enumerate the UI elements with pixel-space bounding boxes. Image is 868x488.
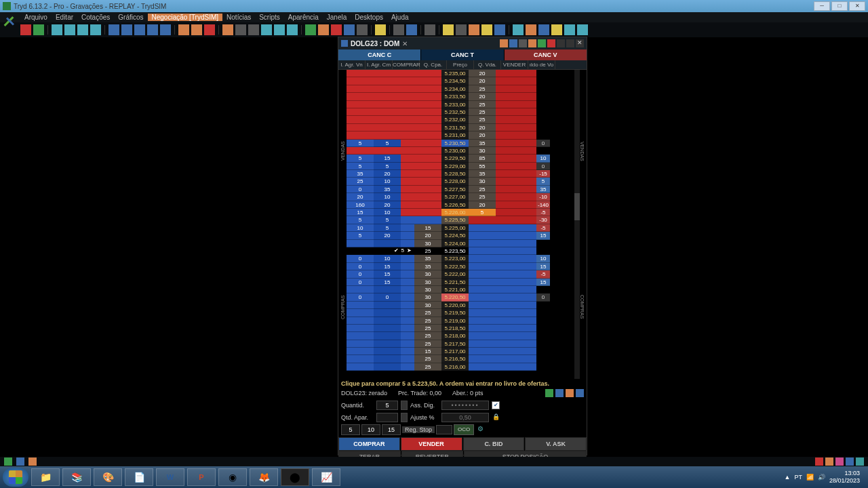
menu-item[interactable]: Janela <box>323 14 351 21</box>
dom-toolbar-btn[interactable] <box>500 39 508 47</box>
toolbar-btn[interactable] <box>52 24 62 35</box>
toolbar-btn[interactable] <box>331 24 342 35</box>
price-row[interactable]: 5.233,5020 <box>347 93 574 100</box>
toolbar-btn[interactable] <box>538 24 549 35</box>
price-row[interactable]: 160205.226,5020-140 <box>347 201 574 209</box>
maximize-button[interactable]: □ <box>831 1 848 11</box>
column-header[interactable]: Q. Vda. <box>474 60 501 69</box>
price-row[interactable]: 305.224,00 <box>347 240 574 247</box>
column-header[interactable]: COMPRAR <box>393 60 420 69</box>
price-row[interactable]: 5.231,5020 <box>347 124 574 131</box>
price-row[interactable]: 555.230,50350 <box>347 140 574 147</box>
scrollbar[interactable] <box>574 70 580 379</box>
price-row[interactable]: 35205.228,5035-15 <box>347 170 574 178</box>
oco-button[interactable]: OCO <box>454 424 474 435</box>
toolbar-btn[interactable] <box>147 24 158 35</box>
toolbar-btn[interactable] <box>261 24 272 35</box>
price-row[interactable]: ✔5➤255.223,50 <box>347 247 574 255</box>
cancel-sell-button[interactable]: CANC V <box>505 49 587 60</box>
price-row[interactable]: 5.232,0025 <box>347 116 574 123</box>
toolbar-btn[interactable] <box>577 24 588 35</box>
column-header[interactable]: I. Agr. Vn <box>338 60 366 69</box>
signature-checkbox[interactable]: ✔ <box>492 401 500 409</box>
start-button[interactable] <box>3 468 28 487</box>
tab-close-icon[interactable]: ✕ <box>402 40 408 47</box>
toolbar-btn[interactable] <box>494 24 505 35</box>
toolbar-btn[interactable] <box>564 24 575 35</box>
column-header[interactable]: Q. Cpa. <box>420 60 447 69</box>
price-row[interactable]: 155.217,00 <box>347 348 574 355</box>
tray-arrow-icon[interactable]: ▲ <box>785 474 791 481</box>
stop-icon[interactable] <box>547 39 555 47</box>
star-icon[interactable] <box>443 24 454 35</box>
cancel-buy-button[interactable]: CANC C <box>338 49 420 60</box>
menu-item[interactable]: Notícias <box>222 14 255 21</box>
toolbar-btn[interactable] <box>64 24 75 35</box>
word-taskbar-icon[interactable]: W <box>156 468 184 486</box>
price-row[interactable]: 5.234,0025 <box>347 85 574 93</box>
cancel-all-button[interactable]: CANC T <box>421 49 503 60</box>
gear-icon[interactable]: ⚙ <box>475 425 485 434</box>
status-indicator[interactable] <box>566 389 574 397</box>
maximize-icon[interactable] <box>566 39 574 47</box>
column-header[interactable]: VENDER <box>501 60 528 69</box>
price-row[interactable]: 255.219,50 <box>347 309 574 317</box>
price-row[interactable]: 255.218,00 <box>347 332 574 340</box>
dom-body[interactable]: VENDAS COMPRAS VENDAS COMPRAS 5.235,0020… <box>338 70 587 379</box>
chrome-taskbar-icon[interactable]: ◉ <box>218 468 247 486</box>
toolbar-btn[interactable] <box>357 24 368 35</box>
toolbar-btn[interactable] <box>90 24 101 35</box>
minimize-button[interactable]: ─ <box>814 1 830 11</box>
price-row[interactable]: 255.216,00 <box>347 363 574 371</box>
status-icon[interactable] <box>28 458 37 466</box>
price-row[interactable]: 5.232,5025 <box>347 108 574 116</box>
close-button[interactable]: ✕ <box>849 1 865 11</box>
toolbar-btn[interactable] <box>344 24 355 35</box>
menu-item[interactable]: Scripts <box>255 14 284 21</box>
toolbar-btn[interactable] <box>406 24 417 35</box>
toolbar-btn[interactable] <box>121 24 132 35</box>
price-row[interactable]: 5.234,5020 <box>347 77 574 85</box>
price-row[interactable]: 00305.220,500 <box>347 293 574 301</box>
toolbar-btn[interactable] <box>274 24 285 35</box>
vask-button[interactable]: V. ASK <box>525 437 587 451</box>
price-row[interactable]: 305.221,00 <box>347 286 574 293</box>
toolbar-btn[interactable] <box>108 24 119 35</box>
toolbar-btn[interactable] <box>393 24 404 35</box>
menu-item[interactable]: Ajuda <box>387 14 413 21</box>
toolbar-btn[interactable] <box>134 24 145 35</box>
toolbar-btn[interactable] <box>375 24 386 35</box>
dom-toolbar-btn[interactable] <box>509 39 517 47</box>
menu-item[interactable]: Arquivo <box>20 14 52 21</box>
toolbar-btn[interactable] <box>77 24 88 35</box>
toolbar-btn[interactable] <box>481 24 492 35</box>
adjust-input[interactable] <box>441 413 489 422</box>
notepad-taskbar-icon[interactable]: 📄 <box>125 468 153 486</box>
spinner[interactable] <box>401 413 408 422</box>
price-row[interactable]: 555.229,00550 <box>347 163 574 170</box>
column-header[interactable]: ıldo de Vo <box>528 60 555 69</box>
play-icon[interactable] <box>538 39 546 47</box>
menu-item[interactable]: Editar <box>52 14 77 21</box>
volume-icon[interactable]: 🔊 <box>818 474 825 481</box>
toolbar-btn[interactable] <box>178 24 189 35</box>
qty-preset-15[interactable]: 15 <box>382 424 401 435</box>
price-row[interactable]: 520205.224,5015 <box>347 232 574 239</box>
obs-taskbar-icon[interactable]: ⬤ <box>281 468 309 486</box>
menu-item[interactable]: Aparência <box>284 14 323 21</box>
menu-item[interactable]: Cotações <box>77 14 114 21</box>
paint-taskbar-icon[interactable]: 🎨 <box>94 468 122 486</box>
firefox-taskbar-icon[interactable]: 🦊 <box>250 468 278 486</box>
price-row[interactable]: 255.218,50 <box>347 325 574 332</box>
price-row[interactable]: 305.220,00 <box>347 302 574 309</box>
dom-toolbar-btn[interactable] <box>528 39 536 47</box>
apparent-qty-input[interactable] <box>376 413 398 422</box>
record-icon[interactable] <box>20 24 31 35</box>
toolbar-btn[interactable] <box>204 24 215 35</box>
toolbar-btn[interactable] <box>235 24 246 35</box>
toolbar-btn[interactable] <box>469 24 479 35</box>
toolbar-btn[interactable] <box>191 24 202 35</box>
toolbar-btn[interactable] <box>160 24 171 35</box>
quantity-input[interactable] <box>376 401 398 410</box>
price-row[interactable]: 15105.226,005-5 <box>347 209 574 216</box>
